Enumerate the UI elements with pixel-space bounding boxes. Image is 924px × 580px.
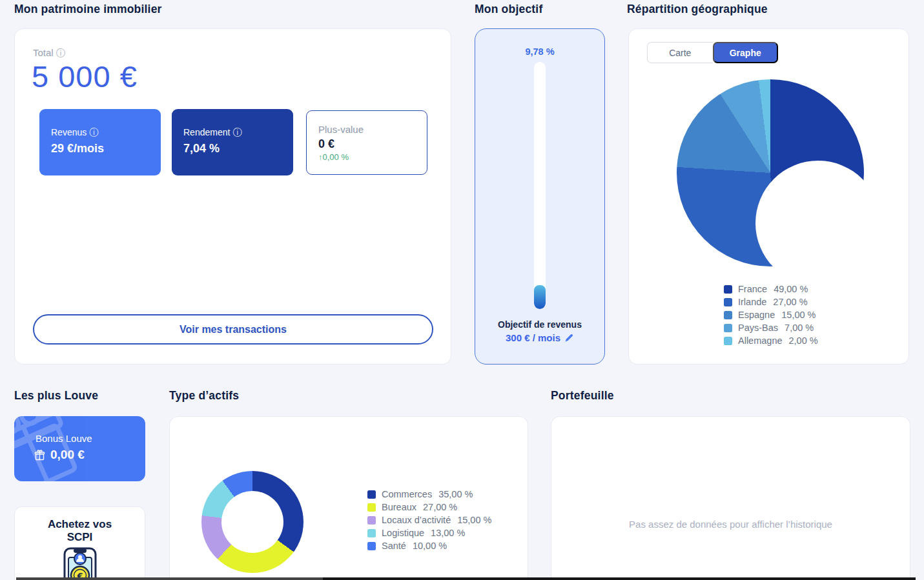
plus-value-delta: ↑0,00 % [318,152,427,162]
objectif-progress-track [534,62,546,309]
revenus-value: 29 €/mois [51,142,161,155]
phone-euro-illustration: € [45,547,116,580]
gift-icon [34,450,45,461]
patrimoine-card: Totalⓘ 5 000 € Revenusⓘ 29 €/mois Rendem… [14,28,451,365]
legend-swatch [367,490,376,499]
legend-item: Pays-Bas7,00 % [724,321,818,334]
actifs-section-title: Type d’actifs [169,389,239,403]
legend-swatch [367,516,376,525]
legend-item: France49,00 % [724,283,818,295]
carte-graphe-toggle: Carte Graphe [647,42,778,63]
plus-value-amount: 0 € [318,137,427,151]
total-amount: 5 000 € [32,59,138,94]
geo-card: Carte Graphe France49,00 % Irlande27,00 … [628,28,909,365]
revenus-info-icon[interactable]: ⓘ [89,127,98,137]
portefeuille-section-title: Portefeuille [551,389,614,403]
plus-value-label: Plus-value [318,124,427,135]
objectif-goal-label: Objectif de revenus [475,319,604,330]
legend-swatch [724,285,732,294]
portefeuille-card: Pas assez de données pour afficher l’his… [551,416,910,580]
patrimoine-section-title: Mon patrimoine immobilier [14,3,162,16]
geo-donut-hole [755,161,881,286]
total-info-icon[interactable]: ⓘ [56,48,65,58]
toggle-graphe-button[interactable]: Graphe [713,42,779,63]
rendement-value: 7,04 % [183,142,293,155]
actifs-donut-hole [221,491,283,553]
revenus-tile: Revenusⓘ 29 €/mois [39,109,161,175]
legend-swatch [724,337,732,345]
legend-item: Logistique13,00 % [367,526,491,539]
objectif-progress-fill [534,285,546,309]
legend-swatch [724,298,732,306]
bonus-louve-card[interactable]: Bonus Louve 0,00 € [14,416,145,481]
total-label: Totalⓘ [33,47,65,59]
rendement-info-icon[interactable]: ⓘ [232,127,241,137]
legend-swatch [367,503,376,512]
legend-swatch [367,542,376,550]
toggle-carte-button[interactable]: Carte [647,42,713,63]
objectif-goal-value-text: 300 € / mois [506,332,560,343]
actifs-legend: Commerces35,00 % Bureaux27,00 % Locaux d… [367,488,491,552]
actifs-card: Commerces35,00 % Bureaux27,00 % Locaux d… [169,416,528,580]
legend-item: Commerces35,00 % [367,488,491,501]
legend-swatch [724,324,732,332]
legend-swatch [724,311,732,319]
rendement-tile: Rendementⓘ 7,04 % [172,109,293,175]
revenus-label: Revenusⓘ [51,127,161,139]
horizontal-scrollbar-thumb[interactable] [16,577,323,580]
voir-transactions-button[interactable]: Voir mes transactions [33,314,433,345]
bonus-louve-value: 0,00 € [50,448,85,462]
bonus-louve-label: Bonus Louve [36,433,92,444]
legend-item: Allemagne2,00 % [724,334,818,347]
plus-value-tile: Plus-value 0 € ↑0,00 % [306,110,427,175]
rendement-label: Rendementⓘ [183,127,293,139]
objectif-goal-value: 300 € / mois [475,332,604,343]
legend-item: Santé10,00 % [367,539,491,552]
legend-swatch [367,529,376,537]
geo-section-title: Répartition géographique [627,3,768,16]
actifs-donut-chart[interactable] [201,471,303,573]
legend-item: Bureaux27,00 % [367,501,491,514]
objectif-progress-label: 9,78 % [475,46,604,57]
louve-section-title: Les plus Louve [14,389,98,403]
legend-item: Locaux d’activité15,00 % [367,514,491,526]
legend-item: Espagne15,00 % [724,308,818,321]
achetez-scpi-card[interactable]: Achetez vos SCPI € [14,506,145,580]
objectif-card: 9,78 % Objectif de revenus 300 € / mois [475,28,605,365]
legend-item: Irlande27,00 % [724,295,818,308]
edit-pencil-icon[interactable] [564,333,574,343]
geo-donut-chart[interactable] [677,79,864,266]
total-label-text: Total [33,47,54,58]
objectif-section-title: Mon objectif [475,3,542,16]
geo-legend: France49,00 % Irlande27,00 % Espagne15,0… [724,283,818,347]
portefeuille-empty-message: Pas assez de données pour afficher l’his… [551,519,910,530]
scpi-title: Achetez vos SCPI [15,518,145,545]
horizontal-scrollbar[interactable] [16,577,916,580]
